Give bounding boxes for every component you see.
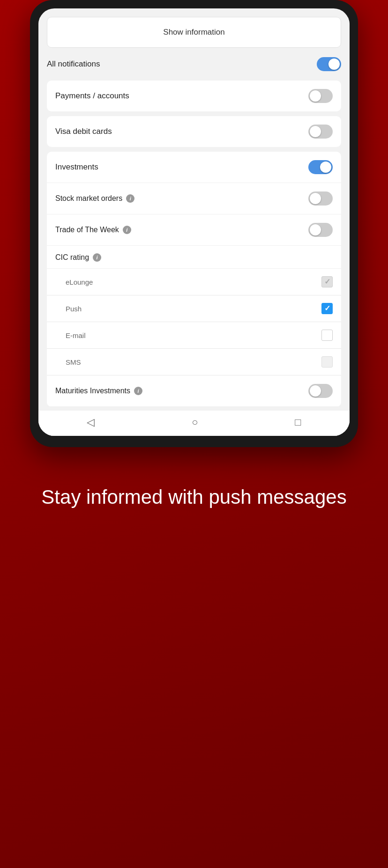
bottom-heading: Stay informed with push messages xyxy=(28,485,360,510)
payments-accounts-toggle[interactable] xyxy=(308,89,333,103)
trade-of-week-toggle[interactable] xyxy=(308,223,333,237)
screen-content: Show information All notifications Payme… xyxy=(38,17,350,436)
maturities-investments-row: Maturities Investments i xyxy=(47,375,341,407)
visa-debit-cards-track xyxy=(308,125,333,139)
all-notifications-toggle[interactable] xyxy=(317,57,341,71)
push-label: Push xyxy=(66,305,82,313)
all-notifications-track xyxy=(317,57,341,71)
stock-market-orders-label-group: Stock market orders i xyxy=(55,194,134,203)
email-row: E-mail xyxy=(47,322,341,349)
sms-label: SMS xyxy=(66,358,81,366)
elounge-label: eLounge xyxy=(66,278,93,286)
stock-market-orders-row: Stock market orders i xyxy=(47,183,341,214)
cic-rating-info-icon[interactable]: i xyxy=(93,253,101,262)
phone-screen: Show information All notifications Payme… xyxy=(38,8,350,436)
push-checkmark: ✓ xyxy=(324,305,330,312)
maturities-investments-label: Maturities Investments xyxy=(55,387,130,395)
maturities-investments-track xyxy=(308,384,333,398)
payments-accounts-thumb xyxy=(310,90,321,102)
all-notifications-thumb xyxy=(328,59,340,70)
push-row: Push ✓ xyxy=(47,295,341,322)
stock-market-orders-label: Stock market orders xyxy=(55,194,122,203)
maturities-investments-label-group: Maturities Investments i xyxy=(55,387,142,395)
bottom-text-section: Stay informed with push messages xyxy=(0,447,388,548)
sms-row: SMS xyxy=(47,349,341,375)
stock-market-orders-track xyxy=(308,191,333,206)
push-checkbox[interactable]: ✓ xyxy=(321,303,333,314)
email-checkbox[interactable] xyxy=(321,330,333,341)
visa-debit-cards-label: Visa debit cards xyxy=(55,127,112,136)
payments-accounts-track xyxy=(308,89,333,103)
investments-thumb xyxy=(320,162,331,173)
visa-debit-cards-toggle[interactable] xyxy=(308,125,333,139)
trade-of-week-info-icon[interactable]: i xyxy=(123,226,131,234)
investments-toggle[interactable] xyxy=(308,160,333,174)
investments-section: Investments Stock market orders i xyxy=(47,152,341,407)
maturities-investments-toggle[interactable] xyxy=(308,384,333,398)
trade-of-week-row: Trade of The Week i xyxy=(47,214,341,246)
cic-rating-header: CIC rating i xyxy=(47,246,341,269)
sms-checkbox[interactable] xyxy=(321,356,333,368)
all-notifications-row: All notifications xyxy=(38,48,350,81)
stock-market-orders-thumb xyxy=(310,193,321,204)
visa-debit-cards-thumb xyxy=(310,126,321,137)
payments-accounts-card: Payments / accounts xyxy=(47,81,341,111)
email-label: E-mail xyxy=(66,331,86,339)
elounge-checkmark: ✓ xyxy=(324,278,330,286)
phone-frame: Show information All notifications Payme… xyxy=(30,0,358,447)
nav-bar: ◁ ○ □ xyxy=(38,411,350,436)
all-notifications-label: All notifications xyxy=(47,59,100,69)
investments-label: Investments xyxy=(55,162,98,172)
trade-of-week-track xyxy=(308,223,333,237)
maturities-investments-thumb xyxy=(310,385,321,397)
show-information-button[interactable]: Show information xyxy=(47,17,341,48)
maturities-investments-info-icon[interactable]: i xyxy=(134,387,142,395)
trade-of-week-thumb xyxy=(310,224,321,235)
trade-of-week-label: Trade of The Week xyxy=(55,226,119,234)
cic-rating-label: CIC rating xyxy=(55,253,89,262)
elounge-row: eLounge ✓ xyxy=(47,269,341,295)
trade-of-week-label-group: Trade of The Week i xyxy=(55,226,131,234)
visa-debit-cards-row: Visa debit cards xyxy=(47,116,341,147)
back-button[interactable]: ◁ xyxy=(87,416,95,428)
payments-accounts-row: Payments / accounts xyxy=(47,81,341,111)
stock-market-orders-info-icon[interactable]: i xyxy=(126,194,134,203)
recent-button[interactable]: □ xyxy=(295,416,301,428)
home-button[interactable]: ○ xyxy=(192,416,198,428)
payments-accounts-label: Payments / accounts xyxy=(55,91,129,101)
elounge-checkbox[interactable]: ✓ xyxy=(321,276,333,287)
stock-market-orders-toggle[interactable] xyxy=(308,191,333,206)
visa-debit-cards-card: Visa debit cards xyxy=(47,116,341,147)
investments-row: Investments xyxy=(47,152,341,183)
investments-track xyxy=(308,160,333,174)
